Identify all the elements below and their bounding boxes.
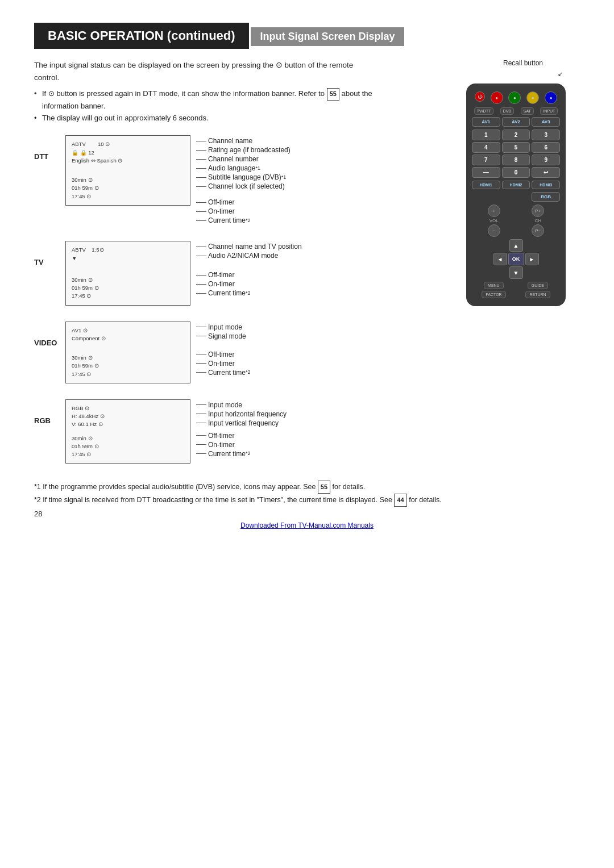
signal-row-rgb: RGB RGB ⊙ H: 48.4kHz ⊙ V: 60.1 Hz ⊙ 30mi…: [34, 399, 449, 464]
btn-hdmi1[interactable]: HDMI1: [472, 181, 500, 189]
vol-up[interactable]: +: [488, 205, 500, 217]
btn-down[interactable]: ▼: [509, 266, 523, 279]
num-grid: 1 2 3 4 5 6 7 8 9 — 0 ↩: [472, 130, 560, 178]
rgb-row: RGB: [472, 192, 560, 202]
page: BASIC OPERATION (continued) Input Signal…: [0, 0, 614, 541]
btn-up[interactable]: ▲: [509, 239, 523, 252]
tv-diagram: ABTV 1:5⊙ ▼ 30min ⊙ 01h 59m ⊙ 17:45 ⊙ Ch…: [65, 241, 302, 305]
btn-8[interactable]: 8: [502, 155, 530, 165]
rgb-lbl-5: On-timer: [196, 440, 287, 449]
recall-label: Recall button: [466, 59, 580, 67]
btn-recall[interactable]: ↩: [532, 167, 560, 178]
btn-factor[interactable]: FACTOR: [482, 291, 505, 298]
btn-left[interactable]: ◄: [493, 253, 507, 265]
btn-menu[interactable]: MENU: [484, 282, 504, 289]
ch-up[interactable]: P+: [532, 205, 544, 217]
dtt-line4: 30min ⊙: [72, 176, 184, 184]
rgb-line6: 17:45 ⊙: [72, 450, 184, 458]
btn-1[interactable]: 1: [472, 130, 500, 140]
tv-lbl-5: Current time*2: [196, 289, 302, 298]
rgb-lbl-4: Off-timer: [196, 431, 287, 440]
vol-down[interactable]: −: [488, 224, 500, 237]
right-content: Recall button ↙ ⏻ ● ● ● ● TV/DTT DVD SAT…: [466, 59, 580, 507]
dtt-labels: Channel name Rating age (if broadcasted)…: [196, 135, 291, 225]
footnotes: *1 If the programme provides special aud…: [34, 481, 449, 506]
btn-dash[interactable]: —: [472, 167, 500, 178]
arrow-cluster: ▲ ◄ OK ► ▼: [472, 239, 560, 279]
mode-input[interactable]: INPUT: [540, 107, 558, 115]
power-button[interactable]: ⏻: [475, 91, 485, 102]
btn-3[interactable]: 3: [532, 130, 560, 140]
rgb-lbl-3: Input vertical frequency: [196, 419, 287, 428]
remote-top-buttons: ⏻ ● ● ● ●: [472, 91, 560, 104]
signal-row-video: VIDEO AV1 ⊙ Component ⊙ 30min ⊙ 01h 59m …: [34, 322, 449, 383]
btn-right[interactable]: ►: [525, 253, 539, 265]
rgb-lbl-1: Input mode: [196, 400, 287, 410]
video-lbl-5: Current time*2: [196, 368, 251, 377]
section-title: Input Signal Screen Display: [251, 27, 404, 46]
video-line4: 01h 59m ⊙: [72, 362, 184, 370]
dtt-screen: ABTV 10 ⊙ 🔒 🔒 12 English ⇔ Spanish ⊙ 30m…: [65, 135, 190, 206]
mode-tv-dtt[interactable]: TV/DTT: [474, 107, 494, 115]
btn-ok[interactable]: OK: [508, 253, 524, 265]
dtt-line3: English ⇔ Spanish ⊙: [72, 157, 184, 165]
rgb-line4: 30min ⊙: [72, 435, 184, 443]
main-title: BASIC OPERATION (continued): [34, 23, 249, 49]
btn-6[interactable]: 6: [532, 142, 560, 153]
btn-hdmi3[interactable]: HDMI3: [532, 181, 560, 189]
remote-mode-row: TV/DTT DVD SAT INPUT: [472, 107, 560, 115]
bullet-2: The display will go out in approximately…: [34, 112, 387, 124]
dtt-lbl-3: Channel number: [196, 155, 291, 164]
dtt-lbl-4: Audio language*1: [196, 164, 291, 173]
btn-rgb[interactable]: RGB: [532, 192, 560, 202]
tv-lbl-3: Off-timer: [196, 270, 302, 279]
page-number: 28: [34, 510, 42, 518]
rgb-line2: H: 48.4kHz ⊙: [72, 412, 184, 420]
signal-row-dtt: DTT ABTV 10 ⊙ 🔒 🔒 12 English ⇔ Spanish ⊙…: [34, 135, 449, 225]
rgb-screen-content: RGB ⊙ H: 48.4kHz ⊙ V: 60.1 Hz ⊙ 30min ⊙ …: [72, 404, 184, 459]
ch-down[interactable]: P−: [532, 224, 544, 237]
tv-screen-content: ABTV 1:5⊙ ▼ 30min ⊙ 01h 59m ⊙ 17:45 ⊙: [72, 246, 184, 300]
color-btn-blue[interactable]: ●: [545, 91, 557, 104]
color-btn-yellow[interactable]: ●: [526, 91, 539, 104]
dtt-lbl-5: Subtitle language (DVB)*1: [196, 173, 291, 182]
rgb-lbl-6: Current time*2: [196, 449, 287, 458]
btn-2[interactable]: 2: [502, 130, 530, 140]
video-lbl-4: On-timer: [196, 359, 251, 368]
rgb-diagram: RGB ⊙ H: 48.4kHz ⊙ V: 60.1 Hz ⊙ 30min ⊙ …: [65, 399, 287, 464]
video-lbl-2: Signal mode: [196, 332, 251, 341]
dtt-diagram: ABTV 10 ⊙ 🔒 🔒 12 English ⇔ Spanish ⊙ 30m…: [65, 135, 291, 225]
tv-screen: ABTV 1:5⊙ ▼ 30min ⊙ 01h 59m ⊙ 17:45 ⊙: [65, 241, 190, 305]
footnote-1: *1 If the programme provides special aud…: [34, 481, 449, 494]
color-btn-red[interactable]: ●: [491, 91, 503, 104]
btn-return[interactable]: RETURN: [525, 291, 550, 298]
mode-dvd[interactable]: DVD: [500, 107, 515, 115]
footer-link[interactable]: Downloaded From TV-Manual.com Manuals: [240, 521, 374, 529]
tv-lbl-2: Audio A2/NICAM mode: [196, 251, 302, 260]
remote-control: ⏻ ● ● ● ● TV/DTT DVD SAT INPUT AV1 AV2: [466, 84, 566, 306]
btn-av3[interactable]: AV3: [532, 117, 560, 127]
video-line1: AV1 ⊙: [72, 327, 184, 335]
btn-5[interactable]: 5: [502, 142, 530, 153]
tv-line3: 30min ⊙: [72, 276, 184, 284]
video-line3: 30min ⊙: [72, 354, 184, 362]
video-screen-content: AV1 ⊙ Component ⊙ 30min ⊙ 01h 59m ⊙ 17:4…: [72, 327, 184, 378]
color-btn-green[interactable]: ●: [508, 91, 521, 104]
btn-4[interactable]: 4: [472, 142, 500, 153]
mode-sat[interactable]: SAT: [521, 107, 534, 115]
btn-av1[interactable]: AV1: [472, 117, 500, 127]
dtt-lbl-9: Current time*2: [196, 216, 291, 225]
video-line2: Component ⊙: [72, 335, 184, 343]
rgb-line5: 01h 59m ⊙: [72, 443, 184, 450]
video-labels: Input mode Signal mode Off-timer On-time…: [196, 322, 251, 377]
recall-arrow: ↙: [466, 70, 563, 78]
dtt-lbl-2: Rating age (if broadcasted): [196, 145, 291, 155]
btn-0[interactable]: 0: [502, 167, 530, 178]
btn-hdmi2[interactable]: HDMI2: [502, 181, 530, 189]
btn-7[interactable]: 7: [472, 155, 500, 165]
btn-9[interactable]: 9: [532, 155, 560, 165]
btn-av2[interactable]: AV2: [502, 117, 530, 127]
tv-line4: 01h 59m ⊙: [72, 284, 184, 292]
btn-guide[interactable]: GUIDE: [528, 282, 548, 289]
dtt-line2: 🔒 🔒 12: [72, 149, 184, 157]
